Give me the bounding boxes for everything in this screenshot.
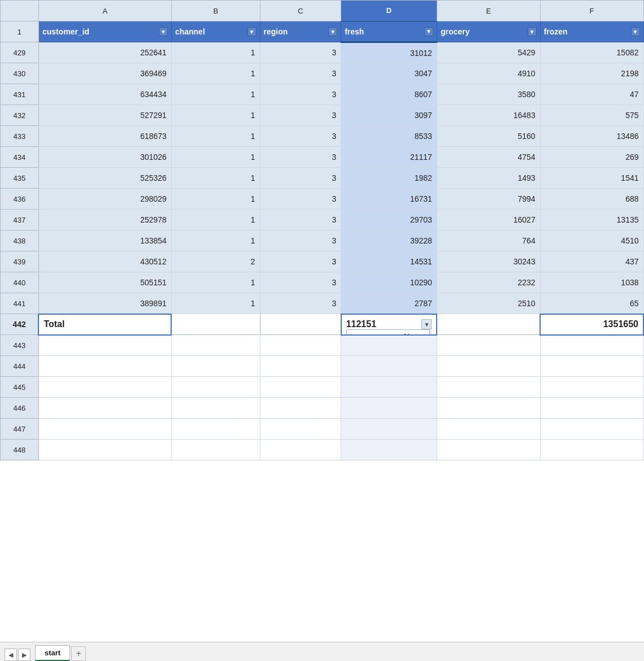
add-sheet-button[interactable]: + [71, 646, 86, 661]
cell-b[interactable]: 1 [171, 126, 260, 147]
header-channel[interactable]: channel ▼ [171, 21, 260, 42]
empty-cell-f[interactable] [540, 419, 643, 440]
cell-e[interactable]: 2510 [437, 293, 540, 314]
cell-e[interactable]: 4754 [437, 147, 540, 168]
cell-e[interactable]: 764 [437, 231, 540, 251]
cell-e[interactable]: 16483 [437, 105, 540, 126]
cell-c[interactable]: 3 [260, 105, 341, 126]
cell-d[interactable]: 2787 [341, 293, 437, 314]
cell-a[interactable]: 618673 [38, 126, 171, 147]
empty-cell-d[interactable] [341, 377, 437, 398]
col-letter-d[interactable]: D [341, 1, 437, 21]
cell-c[interactable]: 3 [260, 126, 341, 147]
empty-cell-b[interactable] [171, 398, 260, 419]
cell-b[interactable]: 1 [171, 210, 260, 231]
cell-c[interactable]: 3 [260, 251, 341, 272]
cell-a[interactable]: 369469 [38, 63, 171, 84]
cell-d[interactable]: 10290 [341, 272, 437, 293]
cell-a[interactable]: 505151 [38, 272, 171, 293]
empty-cell-e[interactable] [437, 440, 540, 460]
empty-cell-b[interactable] [171, 419, 260, 440]
cell-f[interactable]: 437 [540, 251, 643, 272]
cell-b[interactable]: 1 [171, 231, 260, 251]
cell-d[interactable]: 16731 [341, 189, 437, 210]
tab-next-btn[interactable]: ▶ [18, 649, 31, 661]
col-letter-b[interactable]: B [171, 1, 260, 21]
cell-c[interactable]: 3 [260, 168, 341, 189]
empty-cell-e[interactable] [437, 356, 540, 377]
empty-cell-a[interactable] [38, 419, 171, 440]
cell-e[interactable]: 1493 [437, 168, 540, 189]
cell-d[interactable]: 3047 [341, 63, 437, 84]
cell-f[interactable]: 13135 [540, 210, 643, 231]
empty-cell-f[interactable] [540, 356, 643, 377]
cell-d[interactable]: 8607 [341, 84, 437, 105]
cell-b[interactable]: 1 [171, 105, 260, 126]
cell-b[interactable]: 1 [171, 168, 260, 189]
empty-cell-c[interactable] [260, 335, 341, 356]
empty-cell-a[interactable] [38, 440, 171, 460]
cell-c[interactable]: 3 [260, 272, 341, 293]
cell-f[interactable]: 4510 [540, 231, 643, 251]
cell-a[interactable]: 430512 [38, 251, 171, 272]
cell-d[interactable]: 21117 [341, 147, 437, 168]
cell-d[interactable]: 14531 [341, 251, 437, 272]
cell-a[interactable]: 298029 [38, 189, 171, 210]
cell-d[interactable]: 1982 [341, 168, 437, 189]
cell-e[interactable]: 2232 [437, 272, 540, 293]
cell-a[interactable]: 389891 [38, 293, 171, 314]
total-d-cell[interactable]: 112151▼NoneAverageCountCount NumbersMaxM… [341, 314, 437, 335]
empty-cell-a[interactable] [38, 398, 171, 419]
cell-c[interactable]: 3 [260, 210, 341, 231]
cell-f[interactable]: 2198 [540, 63, 643, 84]
cell-c[interactable]: 3 [260, 63, 341, 84]
empty-cell-d[interactable] [341, 419, 437, 440]
empty-cell-d[interactable] [341, 335, 437, 356]
cell-a[interactable]: 133854 [38, 231, 171, 251]
filter-btn-b[interactable]: ▼ [247, 27, 256, 36]
cell-d[interactable]: 39228 [341, 231, 437, 251]
cell-a[interactable]: 634434 [38, 84, 171, 105]
cell-b[interactable]: 1 [171, 42, 260, 63]
cell-f[interactable]: 13486 [540, 126, 643, 147]
cell-d[interactable]: 8533 [341, 126, 437, 147]
cell-c[interactable]: 3 [260, 189, 341, 210]
cell-e[interactable]: 5429 [437, 42, 540, 63]
cell-c[interactable]: 3 [260, 84, 341, 105]
empty-cell-d[interactable] [341, 356, 437, 377]
empty-cell-f[interactable] [540, 440, 643, 460]
empty-cell-c[interactable] [260, 440, 341, 460]
empty-cell-e[interactable] [437, 398, 540, 419]
cell-c[interactable]: 3 [260, 293, 341, 314]
sheet-tab-start[interactable]: start [35, 645, 70, 661]
cell-e[interactable]: 4910 [437, 63, 540, 84]
filter-btn-e[interactable]: ▼ [528, 27, 537, 36]
empty-cell-d[interactable] [341, 440, 437, 460]
empty-cell-c[interactable] [260, 419, 341, 440]
empty-cell-a[interactable] [38, 335, 171, 356]
empty-cell-a[interactable] [38, 377, 171, 398]
cell-a[interactable]: 252978 [38, 210, 171, 231]
filter-btn-f[interactable]: ▼ [631, 27, 640, 36]
cell-f[interactable]: 1038 [540, 272, 643, 293]
col-letter-e[interactable]: E [437, 1, 540, 21]
tab-prev-btn[interactable]: ◀ [5, 649, 17, 661]
empty-cell-e[interactable] [437, 419, 540, 440]
cell-d[interactable]: 31012 [341, 42, 437, 63]
header-region[interactable]: region ▼ [260, 21, 341, 42]
empty-cell-c[interactable] [260, 398, 341, 419]
empty-cell-f[interactable] [540, 398, 643, 419]
col-letter-c[interactable]: C [260, 1, 341, 21]
empty-cell-d[interactable] [341, 398, 437, 419]
empty-cell-f[interactable] [540, 377, 643, 398]
empty-cell-c[interactable] [260, 356, 341, 377]
cell-f[interactable]: 269 [540, 147, 643, 168]
cell-b[interactable]: 1 [171, 293, 260, 314]
col-letter-f[interactable]: F [540, 1, 643, 21]
cell-f[interactable]: 65 [540, 293, 643, 314]
col-letter-a[interactable]: A [38, 1, 171, 21]
empty-cell-b[interactable] [171, 440, 260, 460]
empty-cell-c[interactable] [260, 377, 341, 398]
cell-a[interactable]: 301026 [38, 147, 171, 168]
cell-a[interactable]: 252641 [38, 42, 171, 63]
